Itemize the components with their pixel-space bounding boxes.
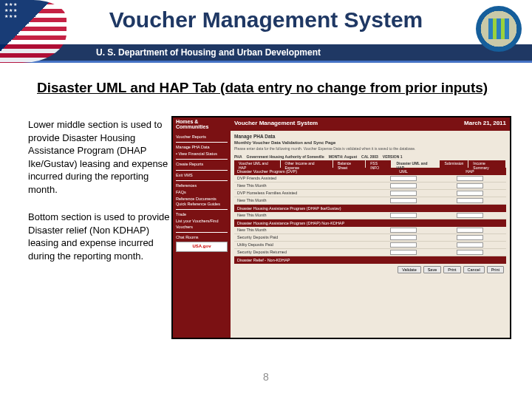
uml-input[interactable] — [390, 198, 417, 203]
data-row: Security Deposits Returned — [234, 249, 506, 256]
hap-input[interactable] — [457, 250, 483, 255]
data-row: New This Month — [234, 183, 506, 190]
sidebar-item[interactable]: • View Financial Status — [176, 151, 228, 157]
page-number: 8 — [0, 371, 532, 383]
sidebar-item[interactable]: References — [176, 183, 228, 188]
uml-input[interactable] — [390, 213, 417, 218]
page-header: Manage PHA Data — [234, 134, 506, 139]
section-header-dvp: Disaster Voucher Program (DVP) UML HAP — [234, 168, 506, 175]
sidebar-item[interactable]: Voucher Reports — [176, 134, 228, 140]
page-subheader: Monthly Voucher Data Validation and Sync… — [234, 140, 506, 145]
sidebar-item[interactable]: Chat Rooms — [176, 235, 228, 240]
hap-input[interactable] — [457, 213, 483, 218]
data-row: New This Month — [234, 197, 506, 205]
uml-input[interactable] — [390, 176, 417, 181]
section-header-relief: Disaster Relief - Non-KDHAP — [234, 256, 506, 264]
hap-input[interactable] — [457, 176, 483, 181]
sidebar-item[interactable]: Exit VMS — [176, 173, 228, 178]
usa-gov-badge[interactable]: USA.gov — [176, 242, 228, 252]
tab-disaster-uml[interactable]: Disaster UML and HAP — [392, 160, 440, 168]
slide-subtitle: Disaster UML and HAP Tab (data entry no … — [37, 80, 502, 96]
description-column: Lower middle section is used to provide … — [28, 118, 172, 277]
tab-other-income[interactable]: Other Income and Expense — [281, 160, 334, 168]
tab-balance-sheet[interactable]: Balance Sheet — [333, 160, 366, 168]
tab-bar: Voucher UML and HAP Other Income and Exp… — [234, 160, 506, 168]
hap-input[interactable] — [457, 235, 483, 240]
save-button[interactable]: Save — [423, 266, 442, 273]
sidebar-item[interactable]: Trade — [176, 212, 228, 217]
data-row: New This Month — [234, 212, 506, 219]
section-header-dhap-ike: Disaster Housing Assistance Program (DHA… — [234, 205, 506, 212]
sidebar-item[interactable]: Create Reports — [176, 162, 228, 167]
sidebar-item[interactable]: FAQs — [176, 190, 228, 195]
uml-input[interactable] — [390, 242, 417, 248]
tab-submission[interactable]: Submission — [440, 160, 468, 168]
tab-fss-info[interactable]: FSS INFO — [366, 160, 392, 168]
hap-input[interactable] — [457, 228, 483, 233]
data-row: Security Deposits Paid — [234, 234, 506, 242]
page-description: Please enter data for the following mont… — [234, 146, 506, 151]
uml-input[interactable] — [390, 191, 417, 196]
uml-input[interactable] — [390, 235, 417, 240]
print-button-2[interactable]: Print — [487, 266, 504, 273]
embedded-screenshot: Homes & Communities Voucher Management S… — [171, 116, 511, 339]
section-header-dhap-non: Disaster Housing Assistance Program (DHA… — [234, 219, 506, 227]
hud-logo: Homes & Communities — [173, 117, 231, 131]
tab-voucher-uml[interactable]: Voucher UML and HAP — [234, 160, 281, 168]
hap-input[interactable] — [457, 183, 483, 188]
cancel-button[interactable]: Cancel — [463, 266, 485, 273]
department-bar: U. S. Department of Housing and Urban De… — [0, 44, 532, 61]
button-row: Validate Save Print Cancel Print — [234, 264, 506, 276]
description-para-2: Bottom section is used to provide Disast… — [28, 211, 172, 262]
sidebar-item[interactable]: List your Vouchers/Find Vouchers — [176, 219, 228, 229]
validate-button[interactable]: Validate — [398, 266, 420, 273]
screenshot-topbar: Homes & Communities Voucher Management S… — [173, 117, 510, 131]
left-sidebar: Voucher Reports Manage PHA Data • View F… — [173, 131, 231, 338]
tab-income-summary[interactable]: Income Summary — [468, 160, 506, 168]
hud-seal-icon — [476, 6, 522, 52]
slide-title: Voucher Management System — [0, 7, 532, 33]
data-row: New This Month — [234, 227, 506, 234]
uml-input[interactable] — [390, 228, 417, 233]
app-header: Voucher Management System March 21, 2011 — [231, 117, 510, 131]
app-date: March 21, 2011 — [464, 120, 506, 129]
data-row: DVP Friends Assisted — [234, 175, 506, 183]
sidebar-item[interactable]: Reference Documents Quick Reference Guid… — [176, 197, 228, 207]
uml-input[interactable] — [390, 250, 417, 255]
data-row: DVP Homeless Families Assisted — [234, 190, 506, 197]
print-button[interactable]: Print — [443, 266, 460, 273]
app-title: Voucher Management System — [234, 120, 318, 129]
hap-input[interactable] — [457, 198, 483, 203]
uml-input[interactable] — [390, 183, 417, 188]
description-para-1: Lower middle section is used to provide … — [28, 118, 172, 196]
hap-input[interactable] — [457, 242, 483, 248]
info-bar: PHA Government Housing Authority of Some… — [234, 153, 506, 160]
sidebar-item[interactable]: Manage PHA Data — [176, 145, 228, 150]
divider-line — [0, 61, 532, 63]
main-content: Manage PHA Data Monthly Voucher Data Val… — [231, 131, 510, 338]
hap-input[interactable] — [457, 191, 483, 196]
data-row: Utility Deposits Paid — [234, 242, 506, 249]
